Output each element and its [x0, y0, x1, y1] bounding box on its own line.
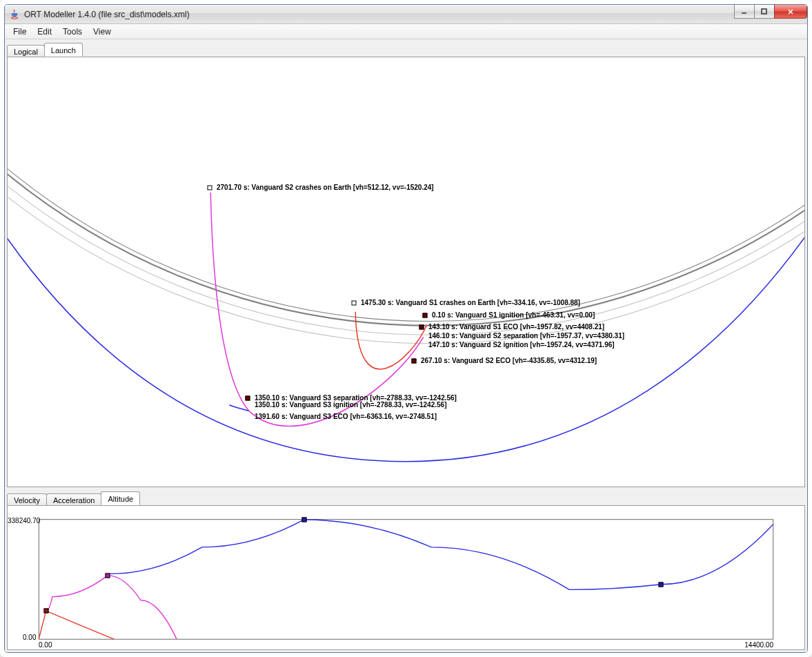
maximize-button[interactable] [754, 5, 775, 19]
top-tabrow: Logical Launch [7, 41, 805, 57]
window-title: ORT Modeller 1.4.0 (file src_dist\models… [24, 10, 190, 19]
svg-point-3 [8, 57, 804, 335]
event-marker [246, 396, 250, 401]
menu-tools[interactable]: Tools [57, 26, 88, 38]
plot-marker [659, 582, 664, 587]
event-label: 1475.30 s: Vanguard S1 crashes on Earth … [361, 299, 580, 307]
altitude-canvas [8, 506, 804, 649]
plot-marker [301, 517, 306, 522]
client-area: Logical Launch 2701.70 s: Vanguard S2 cr… [5, 39, 807, 652]
x-axis-max: 14400.00 [744, 641, 773, 649]
y-axis-min: 0.00 [23, 634, 36, 641]
event-label: 147.10 s: Vanguard S2 ignition [vh=-1957… [428, 341, 615, 349]
tab-altitude[interactable]: Altitude [101, 491, 140, 505]
event-label: 1350.10 s: Vanguard S3 ignition [vh=-278… [255, 401, 446, 409]
event-label: 0.10 s: Vanguard S1 ignition [vh=-463.31… [432, 311, 595, 320]
event-label: 1391.60 s: Vanguard S3 ECO [vh=-6363.16,… [255, 413, 437, 421]
svg-rect-1 [762, 9, 766, 14]
y-axis-max: 338240.70 [8, 517, 40, 524]
event-marker [419, 325, 424, 330]
trajectory-panel[interactable]: 2701.70 s: Vanguard S2 crashes on Earth … [7, 57, 805, 487]
event-label: 2701.70 s: Vanguard S2 crashes on Earth … [217, 184, 434, 192]
close-button[interactable] [774, 5, 807, 19]
tab-launch[interactable]: Launch [44, 43, 83, 57]
event-marker [423, 313, 428, 318]
window-controls [735, 5, 807, 19]
menu-file[interactable]: File [8, 26, 32, 38]
plot-marker [43, 609, 48, 614]
application-window: ORT Modeller 1.4.0 (file src_dist\models… [4, 4, 808, 653]
x-axis-min: 0.00 [39, 641, 52, 649]
trajectory-canvas [8, 57, 804, 487]
titlebar: ORT Modeller 1.4.0 (file src_dist\models… [5, 5, 807, 24]
svg-point-0 [11, 17, 18, 19]
java-cup-icon [9, 9, 20, 20]
tab-acceleration[interactable]: Acceleration [46, 493, 102, 506]
menubar: File Edit Tools View [5, 24, 807, 39]
event-marker [412, 359, 417, 364]
bottom-section: Velocity Acceleration Altitude 338240.70… [7, 490, 805, 650]
plot-marker [106, 573, 110, 578]
tab-logical[interactable]: Logical [7, 45, 45, 57]
event-marker [352, 301, 357, 306]
event-label: 143.10 s: Vanguard S1 ECO [vh=-1957.82, … [428, 323, 604, 331]
event-label: 146.10 s: Vanguard S2 separation [vh=-19… [428, 332, 624, 340]
menu-edit[interactable]: Edit [32, 26, 57, 38]
bottom-tabrow: Velocity Acceleration Altitude [7, 490, 805, 505]
menu-view[interactable]: View [88, 26, 117, 38]
minimize-button[interactable] [734, 5, 755, 19]
altitude-plot[interactable]: 338240.700.000.0014400.00 [7, 505, 805, 650]
event-marker [208, 186, 212, 190]
tab-velocity[interactable]: Velocity [7, 493, 47, 506]
event-label: 267.10 s: Vanguard S2 ECO [vh=-4335.85, … [421, 357, 597, 365]
